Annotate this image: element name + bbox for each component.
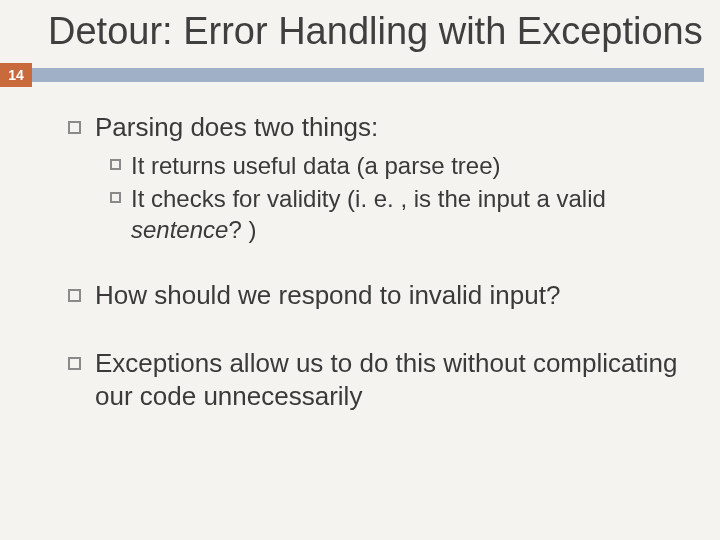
title-underline xyxy=(32,68,704,82)
slide: Detour: Error Handling with Exceptions 1… xyxy=(0,0,720,540)
sub-lead: It xyxy=(131,185,144,212)
slide-title: Detour: Error Handling with Exceptions xyxy=(48,10,720,53)
badge-row: 14 xyxy=(0,63,720,89)
title-area: Detour: Error Handling with Exceptions xyxy=(0,0,720,61)
sub-rest-b: ? ) xyxy=(228,216,256,243)
bullet-2: How should we respond to invalid input? xyxy=(68,279,680,312)
sub-rest-a: checks for validity (i. e. , is the inpu… xyxy=(144,185,606,212)
bullet-1-line: Parsing does two things: xyxy=(68,111,680,144)
square-bullet-icon xyxy=(68,357,81,370)
bullet-1-sub-1-text: It returns useful data (a parse tree) xyxy=(131,150,680,181)
bullet-3-line: Exceptions allow us to do this without c… xyxy=(68,347,680,414)
sub-italic: sentence xyxy=(131,216,228,243)
bullet-2-line: How should we respond to invalid input? xyxy=(68,279,680,312)
bullet-1-text: Parsing does two things: xyxy=(95,111,378,144)
slide-content: Parsing does two things: It returns usef… xyxy=(0,89,720,414)
bullet-3-italic: Exceptions xyxy=(95,348,222,378)
sub-lead: It xyxy=(131,152,144,179)
bullet-1-sub-2: It checks for validity (i. e. , is the i… xyxy=(110,183,680,245)
square-bullet-icon xyxy=(68,121,81,134)
slide-number-badge: 14 xyxy=(0,63,32,87)
sub-rest: returns useful data (a parse tree) xyxy=(144,152,500,179)
square-bullet-icon xyxy=(110,192,121,203)
bullet-1: Parsing does two things: It returns usef… xyxy=(68,111,680,246)
bullet-2-text: How should we respond to invalid input? xyxy=(95,279,560,312)
bullet-3: Exceptions allow us to do this without c… xyxy=(68,347,680,414)
bullet-1-sub-1: It returns useful data (a parse tree) xyxy=(110,150,680,181)
bullet-1-sub-2-text: It checks for validity (i. e. , is the i… xyxy=(131,183,680,245)
bullet-3-text: Exceptions allow us to do this without c… xyxy=(95,347,680,414)
square-bullet-icon xyxy=(110,159,121,170)
square-bullet-icon xyxy=(68,289,81,302)
bullet-1-subs: It returns useful data (a parse tree) It… xyxy=(68,150,680,246)
